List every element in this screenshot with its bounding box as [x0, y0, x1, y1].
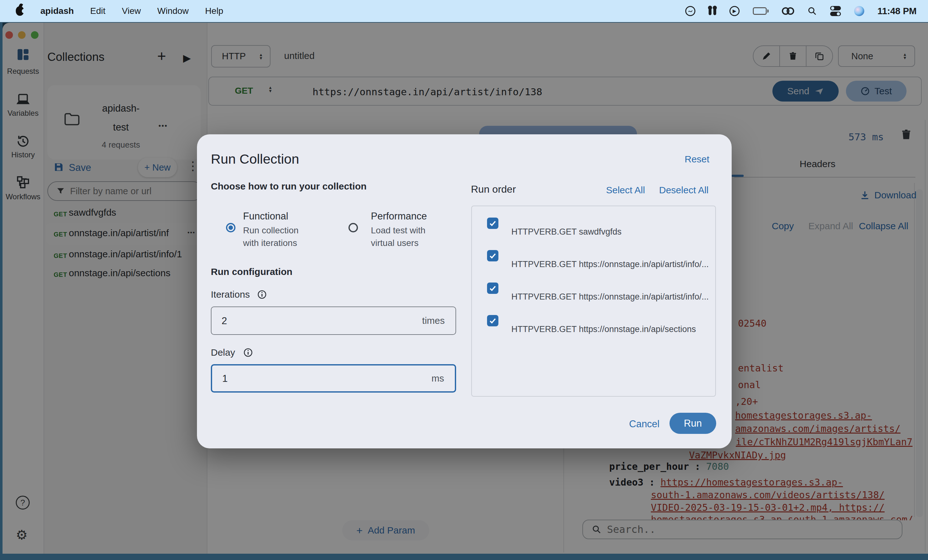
delay-label: Delay [211, 347, 235, 358]
run-button-label: Run [684, 418, 702, 429]
dialog-subtitle: Choose how to run your collection [211, 181, 366, 192]
cancel-button[interactable]: Cancel [629, 418, 660, 430]
run-button[interactable]: Run [670, 413, 716, 434]
delay-input[interactable]: ms [211, 364, 456, 393]
run-order-heading: Run order [471, 184, 516, 195]
performance-option-desc: Load test with [371, 225, 426, 236]
menu-window[interactable]: Window [157, 6, 189, 16]
info-icon[interactable] [257, 289, 267, 300]
run-configuration-heading: Run configuration [211, 266, 292, 277]
check-icon [488, 317, 497, 325]
delay-unit: ms [432, 373, 444, 384]
menu-view[interactable]: View [122, 6, 141, 16]
menu-help[interactable]: Help [205, 6, 223, 16]
performance-option-desc: virtual users [371, 238, 418, 248]
performance-radio[interactable] [348, 223, 358, 232]
check-icon [488, 284, 497, 292]
dialog-title: Run Collection [211, 151, 299, 167]
run-item-checkbox[interactable] [487, 283, 498, 294]
info-icon[interactable] [243, 347, 253, 358]
run-item-checkbox[interactable] [487, 315, 498, 326]
macos-menubar: apidash Edit View Window Help ▶ 11:48 PM [0, 0, 928, 22]
run-item-label: HTTPVERB.GET https://onnstage.in/api/art… [511, 292, 709, 302]
menubar-clock[interactable]: 11:48 PM [878, 6, 917, 17]
screen-mirroring-icon[interactable] [782, 7, 794, 15]
deselect-all-button[interactable]: Deselect All [659, 185, 709, 195]
performance-option-title[interactable]: Performance [371, 211, 427, 222]
iterations-unit: times [422, 315, 445, 326]
control-center-icon[interactable] [830, 6, 841, 16]
functional-radio[interactable] [226, 223, 235, 232]
apple-menu-icon[interactable] [16, 6, 24, 16]
spotlight-icon[interactable] [807, 6, 817, 16]
check-icon [488, 219, 497, 227]
check-icon [488, 252, 497, 260]
run-item-checkbox[interactable] [487, 250, 498, 262]
iterations-label: Iterations [211, 289, 250, 300]
run-item-checkbox[interactable] [487, 218, 498, 229]
reset-button[interactable]: Reset [685, 154, 709, 164]
run-item-label: HTTPVERB.GET https://onnstage.in/api/sec… [511, 324, 696, 334]
functional-option-title[interactable]: Functional [243, 211, 288, 222]
battery-icon[interactable] [753, 7, 769, 15]
functional-option-desc: Run collection [243, 225, 299, 236]
airpods-icon[interactable] [709, 7, 716, 15]
functional-option-desc: with iterations [243, 238, 297, 248]
creative-cloud-icon[interactable] [685, 6, 695, 16]
siri-icon[interactable] [854, 6, 864, 16]
run-collection-dialog: Run Collection Reset Choose how to run y… [197, 134, 732, 448]
music-play-icon[interactable]: ▶ [730, 6, 740, 16]
menu-edit[interactable]: Edit [90, 6, 105, 16]
delay-field[interactable] [221, 365, 400, 392]
select-all-button[interactable]: Select All [606, 185, 645, 195]
run-item-label: HTTPVERB.GET sawdfvgfds [511, 227, 621, 237]
menubar-app-name[interactable]: apidash [40, 6, 74, 16]
iterations-field[interactable] [221, 307, 399, 335]
run-item-label: HTTPVERB.GET https://onnstage.in/api/art… [511, 260, 709, 269]
run-order-list: HTTPVERB.GET sawdfvgfds HTTPVERB.GET htt… [471, 205, 716, 397]
iterations-input[interactable]: times [211, 306, 456, 335]
